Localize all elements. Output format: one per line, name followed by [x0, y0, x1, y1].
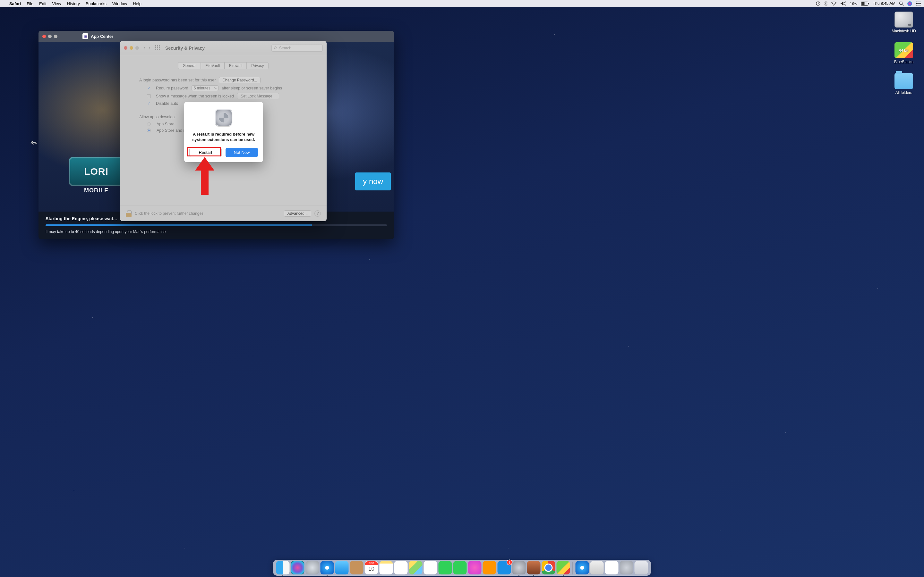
- dock-bluestacks-icon[interactable]: [557, 561, 570, 574]
- radio-icon[interactable]: [147, 122, 151, 126]
- bluestacks-desktop-icon[interactable]: 64 bit BlueStacks: [894, 42, 913, 64]
- play-now-button[interactable]: y now: [355, 172, 391, 190]
- tab-filevault[interactable]: FileVault: [201, 62, 225, 69]
- change-password-button[interactable]: Change Password...: [219, 77, 260, 83]
- dock-notes-icon[interactable]: [380, 561, 393, 574]
- dock-messages-icon[interactable]: [439, 561, 452, 574]
- checkbox-icon[interactable]: ✓: [147, 102, 151, 105]
- allow-appstore-label: App Store: [157, 122, 174, 126]
- dock-downloads-icon[interactable]: [620, 561, 633, 574]
- set-lock-message-button[interactable]: Set Lock Message...: [237, 93, 279, 99]
- forward-icon[interactable]: ›: [149, 45, 150, 51]
- dock-siri-icon[interactable]: [291, 561, 304, 574]
- restart-required-dialog: A restart is required before new system …: [184, 102, 263, 162]
- lock-text: Click the lock to prevent further change…: [135, 211, 204, 216]
- dock-calendar-icon[interactable]: DEC 10: [365, 561, 378, 574]
- dock-appstore-icon[interactable]: 1: [498, 561, 511, 574]
- maximize-icon[interactable]: [54, 35, 57, 38]
- close-icon[interactable]: [42, 35, 46, 38]
- sysprefs-title: Security & Privacy: [165, 45, 205, 51]
- menubar-help[interactable]: Help: [130, 1, 144, 6]
- back-icon[interactable]: ‹: [144, 45, 145, 51]
- bluetooth-icon[interactable]: [824, 1, 827, 6]
- wifi-icon[interactable]: [831, 2, 837, 6]
- menubar-edit[interactable]: Edit: [36, 1, 49, 6]
- timemachine-icon[interactable]: [816, 1, 821, 6]
- sysprefs-search-input[interactable]: Search: [271, 45, 323, 52]
- dock-ibooks-icon[interactable]: [483, 561, 496, 574]
- tab-privacy[interactable]: Privacy: [247, 62, 268, 69]
- dock-reminders-icon[interactable]: [394, 561, 408, 574]
- appcenter-traffic-lights[interactable]: [42, 35, 57, 38]
- battery-percent[interactable]: 48%: [850, 1, 857, 6]
- restart-button[interactable]: Restart: [189, 148, 222, 157]
- dock-facetime-icon[interactable]: [453, 561, 467, 574]
- close-icon[interactable]: [124, 46, 128, 50]
- volume-icon[interactable]: [840, 1, 846, 6]
- dock-keychain-icon[interactable]: [527, 561, 541, 574]
- dock-safari-icon[interactable]: [320, 561, 334, 574]
- radio-icon[interactable]: [147, 129, 151, 132]
- desktop-label-bluestacks: BlueStacks: [894, 60, 913, 64]
- engine-progress-bar: [45, 224, 387, 226]
- menubar-app[interactable]: Safari: [6, 1, 24, 6]
- require-password-label: Require password: [156, 86, 188, 90]
- desktop-label-hd: Macintosh HD: [892, 29, 916, 33]
- macintosh-hd-icon[interactable]: Macintosh HD: [892, 11, 916, 33]
- menubar: Safari File Edit View History Bookmarks …: [0, 0, 924, 7]
- dock-chrome-icon[interactable]: [542, 561, 556, 574]
- sysprefs-toolbar: ‹ › Security & Privacy Search: [120, 41, 326, 55]
- lock-icon[interactable]: [126, 210, 132, 217]
- dock-recent-bsapp-icon[interactable]: [605, 561, 619, 574]
- menubar-file[interactable]: File: [24, 1, 36, 6]
- dock-launchpad-icon[interactable]: [306, 561, 319, 574]
- maximize-icon[interactable]: [136, 46, 139, 50]
- status-subtext: It may take up to 40 seconds depending u…: [45, 229, 387, 234]
- dock-recent-image-icon[interactable]: [590, 561, 604, 574]
- help-icon[interactable]: ?: [314, 210, 321, 217]
- nav-back-forward[interactable]: ‹ ›: [144, 45, 150, 51]
- tab-general[interactable]: General: [178, 62, 201, 69]
- siri-icon[interactable]: [907, 1, 912, 6]
- minimize-icon[interactable]: [129, 46, 133, 50]
- menubar-window[interactable]: Window: [110, 1, 130, 6]
- show-lock-message-label: Show a message when the screen is locked: [156, 94, 234, 98]
- clock[interactable]: Thu 8:45 AM: [873, 1, 895, 6]
- dock-photos-icon[interactable]: [424, 561, 437, 574]
- dock-maps-icon[interactable]: [409, 561, 423, 574]
- sysprefs-gear-icon: [215, 109, 232, 126]
- menubar-history[interactable]: History: [64, 1, 82, 6]
- checkbox-icon[interactable]: ✓: [147, 86, 151, 90]
- menubar-view[interactable]: View: [49, 1, 64, 6]
- sysprefs-footer: Click the lock to prevent further change…: [120, 205, 326, 221]
- show-all-prefs-icon[interactable]: [155, 45, 161, 51]
- svg-point-1: [834, 5, 834, 5]
- battery-icon[interactable]: [861, 2, 869, 6]
- sysprefs-traffic-lights[interactable]: [124, 46, 139, 50]
- svg-rect-3: [861, 2, 865, 5]
- dock-finder-icon[interactable]: [276, 561, 290, 574]
- tab-firewall[interactable]: Firewall: [225, 62, 247, 69]
- dock-separator: [573, 562, 573, 574]
- svg-point-5: [900, 2, 903, 5]
- menubar-bookmarks[interactable]: Bookmarks: [83, 1, 110, 6]
- update-badge: 1: [507, 560, 512, 565]
- checkbox-icon[interactable]: [147, 94, 151, 98]
- notification-center-icon[interactable]: [916, 1, 921, 6]
- dock-trash-icon[interactable]: [635, 561, 648, 574]
- dock-mail-icon[interactable]: [335, 561, 349, 574]
- not-now-button[interactable]: Not Now: [226, 148, 258, 157]
- dock-sysprefs-icon[interactable]: [512, 561, 526, 574]
- partially-hidden-desktop-label: Sys: [31, 140, 37, 145]
- search-icon: [274, 46, 278, 50]
- dock-itunes-icon[interactable]: [468, 561, 481, 574]
- dock-recent-safari-icon[interactable]: [575, 561, 589, 574]
- minimize-icon[interactable]: [48, 35, 52, 38]
- svg-point-7: [916, 3, 917, 4]
- sysprefs-tabs: General FileVault Firewall Privacy: [129, 62, 317, 69]
- require-password-delay-select[interactable]: 5 minutes: [192, 85, 218, 91]
- spotlight-icon[interactable]: [899, 1, 904, 6]
- all-folders-icon[interactable]: All folders: [895, 73, 913, 95]
- advanced-button[interactable]: Advanced...: [284, 210, 311, 217]
- dock-contacts-icon[interactable]: [350, 561, 363, 574]
